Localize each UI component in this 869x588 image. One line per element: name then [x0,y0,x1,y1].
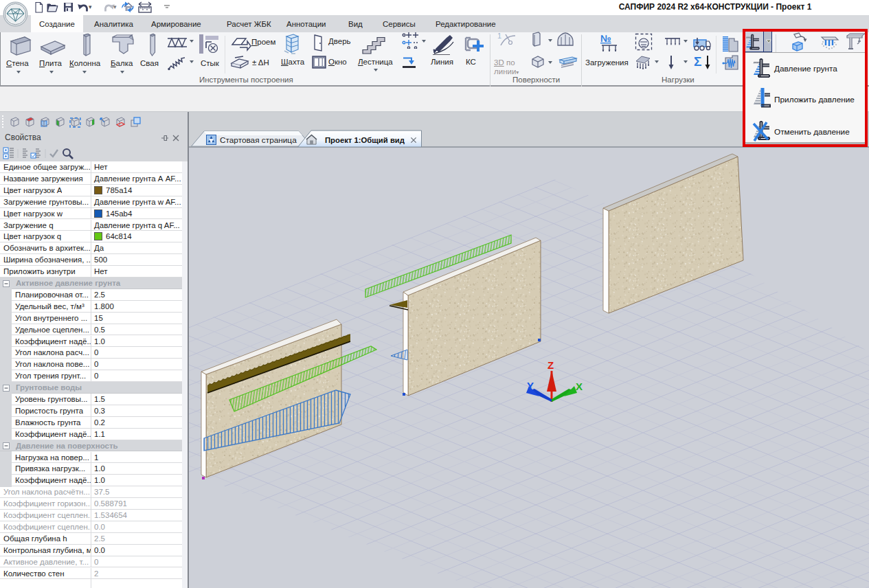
svg-text:Y: Y [527,380,534,392]
svg-text:▾: ▾ [89,3,92,10]
svg-text:Z: Z [548,359,554,371]
svg-text:▾: ▾ [113,3,117,10]
svg-text:X: X [576,381,583,392]
svg-text:№: № [600,33,611,44]
